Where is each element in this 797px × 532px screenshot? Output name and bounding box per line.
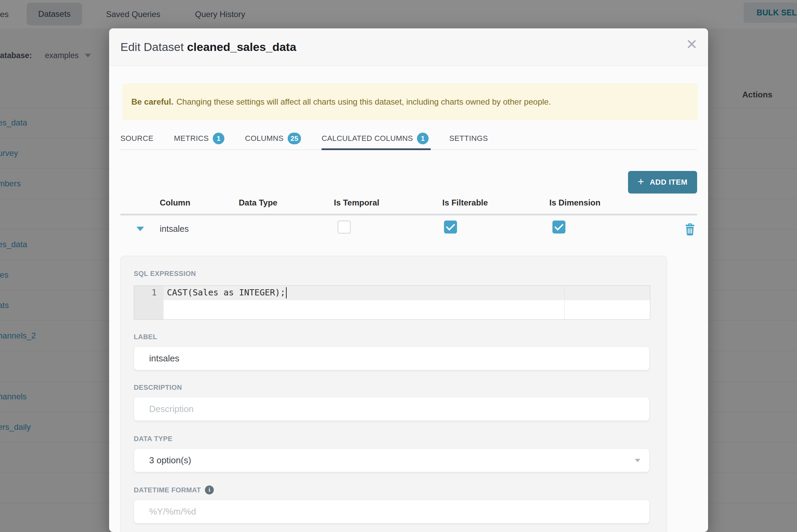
modal-title-prefix: Edit Dataset <box>120 40 184 53</box>
warning-bold: Be careful. <box>131 97 173 107</box>
description-field-label: DESCRIPTION <box>134 384 182 391</box>
plus-icon: + <box>638 175 644 188</box>
data-type-value: 3 option(s) <box>149 455 191 466</box>
tab-label: CALCULATED COLUMNS <box>322 134 413 143</box>
column-header-data-type: Data Type <box>239 198 277 208</box>
calculated-column-name: intsales <box>160 224 189 234</box>
modal-title: Edit Dataset cleaned_sales_data <box>120 40 296 54</box>
editor-line-number: 1 <box>152 288 157 297</box>
label-input[interactable] <box>134 346 650 370</box>
tab-label: SOURCE <box>120 134 154 143</box>
column-header-is-filterable: Is Filterable <box>442 198 488 208</box>
tab-label: COLUMNS <box>245 134 284 143</box>
editor-print-margin <box>564 286 565 319</box>
is-dimension-checkbox[interactable] <box>552 221 565 234</box>
tab-label: SETTINGS <box>449 134 488 143</box>
datetime-format-input[interactable] <box>134 500 650 523</box>
column-header-is-temporal: Is Temporal <box>334 198 379 208</box>
tab-source[interactable]: SOURCE <box>120 128 154 149</box>
editor-cursor <box>286 287 287 298</box>
column-detail-panel: SQL EXPRESSION 1 CAST(Sales as INTEGER);… <box>120 256 667 532</box>
tab-label: METRICS <box>174 134 209 143</box>
editor-gutter: 1 <box>134 286 164 319</box>
add-item-button[interactable]: + ADD ITEM <box>628 171 697 194</box>
edit-dataset-modal: Edit Dataset cleaned_sales_data × Be car… <box>109 28 708 532</box>
modal-header: Edit Dataset cleaned_sales_data × <box>109 28 708 66</box>
datetime-format-label: DATETIME FORMAT i <box>134 486 214 494</box>
datetime-format-label-text: DATETIME FORMAT <box>134 486 201 494</box>
sql-expression-label: SQL EXPRESSION <box>134 270 196 278</box>
sql-expression-editor[interactable]: 1 CAST(Sales as INTEGER); <box>134 285 650 320</box>
warning-text: Changing these settings will affect all … <box>177 97 551 107</box>
tab-calculated-columns[interactable]: CALCULATED COLUMNS1 <box>322 128 429 149</box>
modal-tabs: SOURCEMETRICS1COLUMNS25CALCULATED COLUMN… <box>120 128 697 150</box>
is-filterable-checkbox[interactable] <box>444 221 457 234</box>
expand-row-caret-icon[interactable] <box>136 227 144 231</box>
warning-banner: Be careful. Changing these settings will… <box>122 83 698 120</box>
tab-count-badge: 25 <box>288 133 301 144</box>
tab-count-badge: 1 <box>213 133 224 144</box>
select-caret-icon <box>635 459 640 462</box>
tab-settings[interactable]: SETTINGS <box>449 128 488 149</box>
sql-code: CAST(Sales as INTEGER); <box>167 288 285 297</box>
add-item-label: ADD ITEM <box>650 178 687 187</box>
data-type-field-label: DATA TYPE <box>134 435 172 443</box>
is-temporal-checkbox[interactable] <box>338 221 351 234</box>
tab-columns[interactable]: COLUMNS25 <box>245 128 301 149</box>
label-field-label: LABEL <box>134 333 157 341</box>
data-type-select[interactable]: 3 option(s) <box>134 448 650 472</box>
tab-count-badge: 1 <box>417 133 429 144</box>
close-icon[interactable]: × <box>686 35 697 53</box>
trash-icon[interactable] <box>685 223 695 236</box>
description-input[interactable] <box>134 397 650 421</box>
column-header-is-dimension: Is Dimension <box>549 198 600 208</box>
dataset-name: cleaned_sales_data <box>187 40 296 53</box>
tab-metrics[interactable]: METRICS1 <box>174 128 225 149</box>
columns-table-divider <box>120 214 697 215</box>
screen: es Datasets Saved Queries Query History … <box>0 0 797 532</box>
info-icon[interactable]: i <box>205 486 214 494</box>
column-header-column: Column <box>160 198 190 208</box>
